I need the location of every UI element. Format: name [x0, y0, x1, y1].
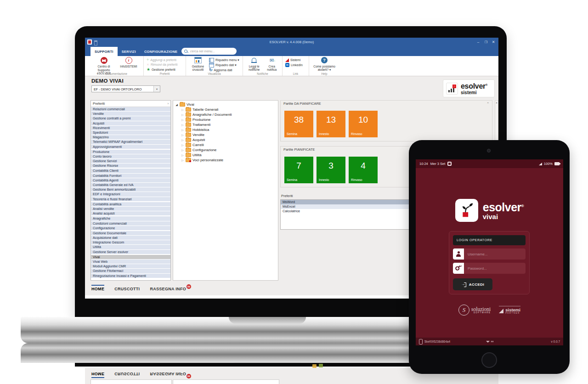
expand-icon[interactable]: ▷	[181, 153, 184, 157]
expand-icon[interactable]: ▷	[181, 108, 184, 111]
sidebar-item[interactable]: Gestione contratti a premi	[91, 116, 170, 120]
menu-search[interactable]	[181, 48, 237, 55]
refresh-data-button[interactable]: ↻ Aggiorna dati	[209, 68, 239, 72]
add-favorite-button[interactable]: + Aggiungi a preferiti	[147, 58, 177, 62]
sidebar-item[interactable]: Acquisti	[91, 121, 170, 125]
sidebar-item[interactable]: Contabilità Agenti	[91, 178, 170, 182]
tile-rinvaso[interactable]: 10 Rinvaso	[349, 111, 378, 137]
manage-favorites-button[interactable]: ★ Gestione preferiti	[147, 68, 177, 72]
tree-item[interactable]: ▷Hobbistica	[181, 127, 278, 132]
scroll-up-icon[interactable]: ▲	[495, 101, 498, 104]
collapse-icon[interactable]: ◢	[175, 103, 178, 106]
sidebar-item[interactable]: Vivai Web	[91, 260, 170, 264]
expand-icon[interactable]: ▷	[181, 128, 184, 131]
sidebar-item[interactable]: Ricevimenti	[91, 126, 170, 130]
sidebar-item[interactable]: Relazioni commerciali	[91, 107, 170, 111]
password-field[interactable]	[464, 263, 526, 274]
support-center-button[interactable]: Centro di Supporto eSOLVER	[92, 57, 115, 72]
tree-item[interactable]: ▷Produzione	[181, 117, 278, 122]
sidebar-item[interactable]: Gestione Servizi	[91, 159, 170, 163]
sidebar-item[interactable]: Gestione Risorse	[91, 164, 170, 168]
tab-home[interactable]: HOME	[91, 285, 104, 291]
create-notification-button[interactable]: ✉ Crea notifica	[264, 57, 279, 72]
sidebar-item[interactable]: Acquisizione dati	[91, 236, 170, 240]
tree-root[interactable]: ◢ Vivai	[175, 102, 278, 107]
tree-item-label: Anagrafiche / Documenti	[192, 113, 232, 117]
sidebar-item[interactable]: Produzione	[91, 150, 170, 154]
tab-rassegna-info[interactable]: RASSEGNA INFO 99	[150, 285, 186, 291]
expand-icon[interactable]: ▷	[181, 138, 184, 141]
tree-item[interactable]: ▷Vendite	[181, 132, 278, 137]
tree-item[interactable]: ▷Carrelli	[181, 142, 278, 147]
tree-item[interactable]: ▷Voci personalizzate	[181, 158, 278, 163]
sidebar-item[interactable]: Contabilità Fornitori	[91, 174, 170, 178]
collapse-chevron-icon[interactable]: ⌃	[486, 101, 489, 107]
infosistemi-button[interactable]: i InfoSISTEMI	[117, 57, 140, 72]
sidebar-item[interactable]: Approvvigionamenti	[91, 145, 170, 149]
sidebar-item[interactable]: Conto lavoro	[91, 154, 170, 158]
expand-icon[interactable]: ▷	[181, 148, 184, 152]
tab-servizi[interactable]: SERVIZI	[118, 47, 140, 56]
tile-rinvaso[interactable]: 4 Rinvaso	[349, 157, 378, 183]
login-button[interactable]: ACCEDI	[453, 278, 492, 290]
sidebar-item[interactable]: Configurazione	[91, 226, 170, 230]
sidebar-item[interactable]: Spedizioni	[91, 130, 170, 135]
sidebar-item[interactable]: Contabilità analitica	[91, 202, 170, 206]
tree-item[interactable]: ▷Tabelle Generali	[181, 107, 278, 112]
tab-cruscotti[interactable]: CRUSCOTTI	[114, 285, 140, 291]
sidebar-item[interactable]: Gestione Fitofarmaci	[91, 269, 170, 273]
search-input[interactable]	[189, 49, 232, 53]
remove-favorite-button[interactable]: ✕ Rimuovi da preferiti	[147, 63, 177, 67]
sidebar-item[interactable]: Contabilità Clienti	[91, 169, 170, 173]
expand-icon[interactable]: ▷	[181, 158, 184, 162]
sidebar-item[interactable]: Gestione Beni ammortizzabili	[91, 187, 170, 192]
sidebar-item[interactable]: Contabilità Generale ed IVA	[91, 183, 170, 187]
maximize-button[interactable]: ❐	[482, 38, 490, 46]
tree-item[interactable]: ▷Utilità	[181, 152, 278, 158]
sidebar-item[interactable]: Utilità	[91, 245, 170, 249]
sidebar-item[interactable]: Telematici MIPAAF Agroalimentari	[91, 140, 170, 144]
sidebar-item[interactable]: Analisi acquisti	[91, 211, 170, 215]
sistemi-link-button[interactable]: Sistemi	[285, 58, 303, 62]
menu-pane-button[interactable]: Riquadro menu ▾	[209, 58, 239, 62]
tile-innesto[interactable]: 13 Innesto	[317, 111, 345, 137]
close-button[interactable]: ✕	[490, 38, 497, 46]
sidebar-item[interactable]: EDF e Integrazioni	[91, 192, 170, 196]
tree-item[interactable]: ▷Anagrafiche / Documenti	[181, 112, 278, 117]
expand-icon[interactable]: ▷	[181, 118, 184, 121]
tile-semina[interactable]: 7 Semina	[284, 157, 313, 183]
tree-item[interactable]: ▷Configurazione	[181, 147, 278, 152]
expand-icon[interactable]: ▷	[181, 133, 184, 136]
sidebar-item[interactable]: Moduli Aggiuntivi CMR	[91, 264, 170, 268]
dashboards-button[interactable]: Gestione cruscotti	[189, 57, 207, 72]
home-button[interactable]	[481, 352, 497, 368]
sidebar-item[interactable]: Tesoreria e flussi finanziari	[91, 197, 170, 201]
tree-item[interactable]: ▷Trattamenti	[181, 122, 278, 127]
tile-semina[interactable]: 38 Semina	[284, 111, 313, 137]
username-field[interactable]	[464, 248, 526, 260]
sidebar-item[interactable]: Condizioni commerciali	[91, 221, 170, 226]
help-button[interactable]: ? Come possiamo aiutarti? ▾	[312, 57, 337, 72]
sidebar-header[interactable]: Preferiti ›	[91, 101, 170, 107]
data-pane-button[interactable]: Riquadro dati ▾	[209, 63, 239, 67]
company-selector[interactable]: EF - DEMO VIVAI ORTOFLORO ▾	[91, 85, 160, 92]
minimize-button[interactable]: –	[475, 38, 482, 46]
sidebar-item[interactable]: Gestione Documentale	[91, 231, 170, 235]
linkedin-link-button[interactable]: in LinkedIn	[285, 63, 303, 67]
expand-icon[interactable]: ▷	[181, 113, 184, 116]
tab-supporti[interactable]: SUPPORTI	[90, 47, 118, 56]
sidebar-item[interactable]: Vivai	[91, 255, 170, 259]
read-notifications-button[interactable]: Leggi le notifiche	[246, 57, 262, 72]
expand-icon[interactable]: ▷	[181, 123, 184, 126]
tree-item[interactable]: ▷Acquisti	[181, 137, 278, 142]
sidebar-item[interactable]: Rinegoziazione Incassi e Pagamenti	[91, 274, 170, 278]
tab-configurazione[interactable]: CONFIGURAZIONE	[140, 47, 182, 56]
expand-icon[interactable]: ▷	[181, 143, 184, 147]
tile-innesto[interactable]: 3 Innesto	[317, 157, 345, 183]
sidebar-item[interactable]: Integrazione Gescom	[91, 240, 170, 244]
sidebar-item[interactable]: Gestione Server esolver	[91, 250, 170, 254]
sidebar-item[interactable]: Vendite	[91, 112, 170, 116]
sidebar-item[interactable]: Magazzino	[91, 135, 170, 139]
sidebar-item[interactable]: Anagrafiche	[91, 216, 170, 220]
sidebar-item[interactable]: Analisi vendite	[91, 207, 170, 211]
